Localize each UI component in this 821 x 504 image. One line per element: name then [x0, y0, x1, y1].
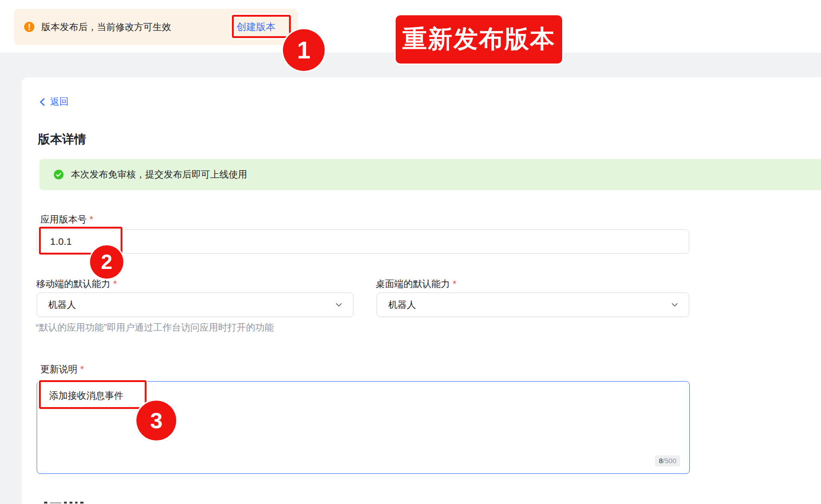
- version-input[interactable]: [37, 230, 689, 254]
- back-label: 返回: [50, 96, 69, 108]
- mobile-capability-select[interactable]: 机器人: [37, 293, 353, 317]
- annotation-box-create-version: [232, 15, 291, 38]
- annotation-box-update-note: [39, 380, 147, 409]
- success-text: 本次发布免审核，提交发布后即可上线使用: [71, 168, 247, 181]
- notice-text: 版本发布后，当前修改方可生效: [41, 21, 171, 33]
- capability-hint: “默认的应用功能”即用户通过工作台访问应用时打开的功能: [36, 321, 274, 334]
- desktop-capability-select[interactable]: 机器人: [377, 293, 689, 317]
- annotation-step-2: 2: [90, 245, 123, 279]
- char-count-current: 8: [659, 457, 662, 465]
- required-asterisk: *: [90, 214, 93, 224]
- required-asterisk: *: [113, 279, 117, 289]
- check-circle-icon: [54, 170, 64, 179]
- required-asterisk: *: [453, 279, 456, 289]
- mobile-capability-value: 机器人: [48, 299, 76, 311]
- desktop-capability-label: 桌面端的默认能力*: [376, 278, 456, 290]
- char-count-max: /500: [663, 457, 676, 465]
- page-title: 版本详情: [38, 131, 86, 147]
- required-asterisk: *: [80, 364, 84, 374]
- annotation-step-1: 1: [283, 29, 325, 71]
- annotation-headline: 重新发布版本: [396, 15, 562, 64]
- chevron-down-icon: [335, 301, 343, 309]
- desktop-capability-value: 机器人: [388, 299, 416, 311]
- clipped-next-field-label: [44, 502, 83, 504]
- char-counter: 8/500: [655, 455, 680, 466]
- chevron-left-icon: [39, 98, 46, 106]
- mobile-capability-label: 移动端的默认能力*: [36, 278, 117, 290]
- back-link[interactable]: 返回: [39, 96, 69, 108]
- warning-icon: [24, 22, 34, 32]
- chevron-down-icon: [671, 301, 679, 309]
- version-label: 应用版本号*: [40, 213, 93, 226]
- success-banner: 本次发布免审核，提交发布后即可上线使用: [39, 159, 821, 190]
- update-note-label: 更新说明*: [40, 363, 84, 376]
- annotation-step-3: 3: [136, 401, 176, 440]
- screen: 版本发布后，当前修改方可生效 创建版本 返回 版本详情 本次发布免审核，提交发布…: [0, 0, 821, 504]
